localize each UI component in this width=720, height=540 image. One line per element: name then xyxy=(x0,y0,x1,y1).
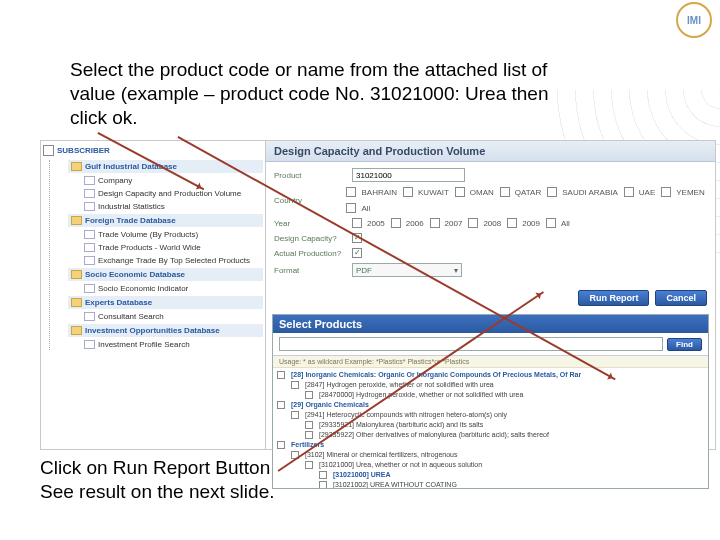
product-tree-node[interactable]: Fertilizers xyxy=(277,440,704,450)
product-tree-node[interactable]: [31021002] UREA WITHOUT COATING xyxy=(277,480,704,488)
product-tree-label: [3102] Mineral or chemical fertilizers, … xyxy=(305,451,458,458)
product-tree-node[interactable]: [29335922] Other derivatives of malonylu… xyxy=(277,430,704,440)
select-products-popup: Select Products Find Usage: * as wildcar… xyxy=(272,314,709,489)
checkbox[interactable] xyxy=(352,218,362,228)
product-tree-node[interactable]: [2941] Heterocyclic compounds with nitro… xyxy=(277,410,704,420)
product-tree-label: [28] Inorganic Chemicals: Organic Or Ino… xyxy=(291,371,581,378)
product-tree-label: [31021002] UREA WITHOUT COATING xyxy=(333,481,457,488)
popup-title: Select Products xyxy=(273,315,708,333)
tree-item-trade-volume[interactable]: Trade Volume (By Products) xyxy=(82,229,263,240)
product-tree-node[interactable]: [31021000] Urea, whether or not in aqueo… xyxy=(277,460,704,470)
page-title: Design Capacity and Production Volume xyxy=(266,141,715,162)
doc-icon xyxy=(84,340,95,349)
product-tree-label: [29335922] Other derivatives of malonylu… xyxy=(319,431,549,438)
country-option: QATAR xyxy=(515,188,541,197)
tree-item-industrial-stats[interactable]: Industrial Statistics xyxy=(82,201,263,212)
checkbox[interactable] xyxy=(546,218,556,228)
product-tree-node[interactable]: [2847] Hydrogen peroxide, whether or not… xyxy=(277,380,704,390)
tree-group-experts[interactable]: Experts Database xyxy=(68,296,263,309)
tree-item-label: Consultant Search xyxy=(98,312,164,321)
tree-group-label: Investment Opportunities Database xyxy=(85,326,220,335)
checkbox[interactable] xyxy=(346,203,356,213)
product-tree-node[interactable]: [3102] Mineral or chemical fertilizers, … xyxy=(277,450,704,460)
format-value: PDF xyxy=(356,266,372,275)
year-option: 2006 xyxy=(406,219,424,228)
checkbox[interactable] xyxy=(624,187,634,197)
checkbox[interactable] xyxy=(305,421,313,429)
checkbox[interactable] xyxy=(391,218,401,228)
sidebar-tree: SUBSCRIBER Gulf Industrial Database Comp… xyxy=(41,141,266,449)
checkbox[interactable] xyxy=(305,431,313,439)
main-pane: Design Capacity and Production Volume Pr… xyxy=(266,141,715,449)
doc-icon xyxy=(84,189,95,198)
checkbox[interactable] xyxy=(291,381,299,389)
checkbox[interactable] xyxy=(468,218,478,228)
design-capacity-label: Design Capacity? xyxy=(274,234,352,243)
country-option: YEMEN xyxy=(676,188,704,197)
run-report-button[interactable]: Run Report xyxy=(578,290,649,306)
year-option: 2009 xyxy=(522,219,540,228)
format-label: Format xyxy=(274,266,352,275)
year-option: 2008 xyxy=(483,219,501,228)
country-option: SAUDI ARABIA xyxy=(562,188,618,197)
checkbox[interactable] xyxy=(346,187,356,197)
tree-item-design-capacity[interactable]: Design Capacity and Production Volume xyxy=(82,188,263,199)
tree-item-socio-indicator[interactable]: Socio Economic Indicator xyxy=(82,283,263,294)
checkbox[interactable] xyxy=(430,218,440,228)
checkbox[interactable] xyxy=(455,187,465,197)
checkbox[interactable] xyxy=(305,461,313,469)
usage-hint: Usage: * as wildcard Example: *Plastics*… xyxy=(273,356,708,368)
country-option: UAE xyxy=(639,188,655,197)
tree-group-label: Socio Economic Database xyxy=(85,270,185,279)
product-tree-node[interactable]: [29] Organic Chemicals xyxy=(277,400,704,410)
product-input[interactable] xyxy=(352,168,465,182)
checkbox[interactable] xyxy=(277,401,285,409)
doc-icon xyxy=(84,256,95,265)
button-bar: Run Report Cancel xyxy=(266,286,715,310)
doc-icon xyxy=(84,202,95,211)
cancel-button[interactable]: Cancel xyxy=(655,290,707,306)
instruction-bottom: Click on Run Report Button See result on… xyxy=(40,456,274,504)
product-tree-node[interactable]: [31021000] UREA xyxy=(277,470,704,480)
checkbox[interactable] xyxy=(291,411,299,419)
year-option: All xyxy=(561,219,570,228)
doc-icon xyxy=(84,284,95,293)
actual-production-label: Actual Production? xyxy=(274,249,352,258)
tree-group-investment[interactable]: Investment Opportunities Database xyxy=(68,324,263,337)
checkbox[interactable] xyxy=(319,481,327,488)
product-tree-node[interactable]: [28] Inorganic Chemicals: Organic Or Ino… xyxy=(277,370,704,380)
tree-item-label: Socio Economic Indicator xyxy=(98,284,188,293)
checkbox[interactable] xyxy=(277,371,285,379)
product-tree-node[interactable]: [28470000] Hydrogen peroxide, whether or… xyxy=(277,390,704,400)
doc-icon xyxy=(84,176,95,185)
tree-group-foreign-trade[interactable]: Foreign Trade Database xyxy=(68,214,263,227)
checkbox[interactable] xyxy=(305,391,313,399)
country-checkbox-group: BAHRAIN KUWAIT OMAN QATAR SAUDI ARABIA U… xyxy=(346,187,707,213)
find-button[interactable]: Find xyxy=(667,338,702,351)
product-tree-label: [31021000] Urea, whether or not in aqueo… xyxy=(319,461,482,468)
tree-item-investment-profile[interactable]: Investment Profile Search xyxy=(82,339,263,350)
actual-production-checkbox[interactable] xyxy=(352,248,362,258)
doc-icon xyxy=(84,243,95,252)
tree-group-label: Foreign Trade Database xyxy=(85,216,176,225)
tree-item-label: Company xyxy=(98,176,132,185)
tree-item-exchange-trade[interactable]: Exchange Trade By Top Selected Products xyxy=(82,255,263,266)
checkbox[interactable] xyxy=(277,441,285,449)
tree-item-company[interactable]: Company xyxy=(82,175,263,186)
folder-icon xyxy=(71,298,82,307)
checkbox[interactable] xyxy=(403,187,413,197)
tree-item-label: Design Capacity and Production Volume xyxy=(98,189,241,198)
tree-item-consultant[interactable]: Consultant Search xyxy=(82,311,263,322)
folder-icon xyxy=(71,326,82,335)
tree-item-label: Trade Products - World Wide xyxy=(98,243,201,252)
checkbox[interactable] xyxy=(319,471,327,479)
folder-icon xyxy=(71,270,82,279)
checkbox[interactable] xyxy=(507,218,517,228)
checkbox[interactable] xyxy=(661,187,671,197)
tree-item-trade-products[interactable]: Trade Products - World Wide xyxy=(82,242,263,253)
tree-group-label: Experts Database xyxy=(85,298,152,307)
checkbox[interactable] xyxy=(547,187,557,197)
tree-group-socio[interactable]: Socio Economic Database xyxy=(68,268,263,281)
checkbox[interactable] xyxy=(500,187,510,197)
tree-root[interactable]: SUBSCRIBER xyxy=(43,145,263,156)
